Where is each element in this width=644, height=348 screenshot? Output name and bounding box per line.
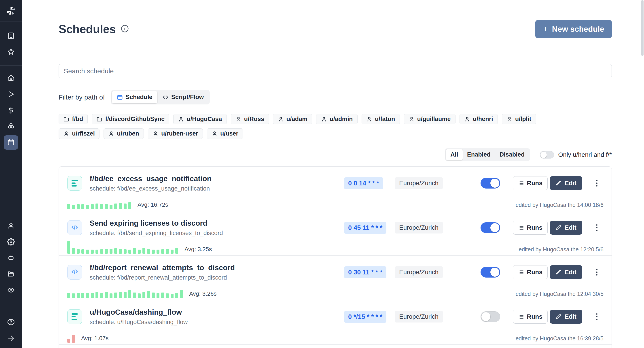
row-menu-button[interactable] bbox=[594, 266, 600, 278]
edit-button[interactable]: Edit bbox=[550, 310, 582, 324]
path-filter-chip[interactable]: u/rfiszel bbox=[58, 128, 100, 139]
avg-runtime: Avg: 16.72s bbox=[138, 201, 168, 209]
sparkline-bar bbox=[138, 294, 141, 298]
path-filter-chip[interactable]: u/ruben bbox=[104, 128, 144, 139]
sidebar-item-favorites[interactable] bbox=[4, 45, 18, 59]
sidebar-item-workers[interactable] bbox=[4, 251, 18, 265]
owner-filter-toggle[interactable] bbox=[540, 151, 554, 158]
star-icon bbox=[7, 48, 15, 56]
tab-enabled[interactable]: Enabled bbox=[463, 149, 495, 160]
path-filter-chips: f/bd f/discordGithubSync u/HugoCasa u/Ro… bbox=[58, 114, 550, 139]
tab-disabled[interactable]: Disabled bbox=[495, 149, 529, 160]
sidebar-item-users[interactable] bbox=[4, 218, 18, 233]
sidebar-item-home[interactable] bbox=[4, 71, 18, 85]
sparkline-bar bbox=[166, 249, 169, 254]
sidebar-item-settings[interactable] bbox=[4, 234, 18, 249]
path-filter-chip[interactable]: u/HugoCasa bbox=[173, 114, 227, 124]
runs-sparkline[interactable] bbox=[67, 286, 183, 298]
pencil-icon bbox=[556, 269, 562, 275]
sparkline-bar bbox=[175, 248, 178, 254]
path-filter-chip[interactable]: u/adam bbox=[273, 114, 312, 124]
path-mode-schedule[interactable]: Schedule bbox=[112, 91, 158, 103]
enabled-toggle[interactable] bbox=[480, 267, 500, 278]
path-filter-chip[interactable]: u/lplit bbox=[502, 114, 536, 124]
path-filter-chip[interactable]: u/Ross bbox=[231, 114, 269, 124]
path-filter-chip[interactable]: u/ruben-user bbox=[148, 128, 203, 139]
sidebar-item-variables[interactable] bbox=[4, 103, 18, 118]
sidebar-item-help[interactable] bbox=[4, 315, 18, 329]
runs-sparkline[interactable] bbox=[67, 241, 178, 254]
page-title: Schedules bbox=[58, 22, 116, 36]
schedule-row: u/rfiszel/evocative_script */10 * * * * … bbox=[59, 344, 612, 348]
list-icon bbox=[518, 269, 524, 275]
sparkline-bar bbox=[105, 249, 108, 254]
runs-button[interactable]: Runs bbox=[513, 221, 548, 234]
info-icon[interactable] bbox=[121, 24, 129, 34]
sparkline-bar bbox=[91, 293, 94, 298]
sparkline-bar bbox=[96, 204, 98, 209]
row-menu-button[interactable] bbox=[594, 222, 600, 233]
home-icon bbox=[7, 74, 15, 82]
new-schedule-button[interactable]: + New schedule bbox=[535, 20, 612, 38]
chip-label: u/henri bbox=[473, 116, 493, 122]
edited-by: edited by HugoCasa the 14:00 18/6 bbox=[516, 202, 604, 209]
edit-button[interactable]: Edit bbox=[550, 265, 582, 279]
enabled-toggle[interactable] bbox=[480, 311, 500, 322]
sparkline-bar bbox=[147, 249, 150, 254]
path-filter-chip[interactable]: u/guillaume bbox=[404, 114, 456, 124]
schedule-title[interactable]: Send expiring licenses to discord bbox=[90, 219, 223, 228]
sidebar-item-runs[interactable] bbox=[4, 87, 18, 101]
path-filter-chip[interactable]: u/henri bbox=[460, 114, 498, 124]
sidebar-item-audit[interactable] bbox=[4, 283, 18, 297]
timezone-badge: Europe/Zurich bbox=[395, 177, 443, 189]
path-filter-chip[interactable]: f/discordGithubSync bbox=[92, 114, 169, 124]
sidebar-item-schedules[interactable] bbox=[4, 135, 18, 150]
windmill-logo[interactable] bbox=[0, 0, 22, 22]
runs-button[interactable]: Runs bbox=[513, 265, 548, 279]
edit-button[interactable]: Edit bbox=[550, 176, 582, 190]
row-menu-button[interactable] bbox=[594, 178, 600, 189]
search-input[interactable] bbox=[58, 64, 612, 78]
path-filter-chip[interactable]: f/bd bbox=[58, 114, 88, 124]
row-menu-button[interactable] bbox=[594, 311, 600, 322]
status-tabs: AllEnabledDisabled bbox=[445, 148, 530, 161]
calendar-icon bbox=[7, 139, 15, 146]
path-mode-script-flow[interactable]: Script/Flow bbox=[158, 91, 209, 103]
runs-sparkline[interactable] bbox=[67, 196, 131, 209]
path-filter-chip[interactable]: u/admin bbox=[316, 114, 358, 124]
sidebar-item-workspace[interactable] bbox=[4, 29, 18, 43]
chip-label: u/ruben-user bbox=[161, 130, 198, 137]
arrow-right-icon bbox=[7, 334, 15, 342]
enabled-toggle[interactable] bbox=[480, 178, 500, 188]
sidebar-item-expand[interactable] bbox=[4, 331, 18, 345]
sparkline-bar bbox=[133, 248, 136, 254]
sparkline-bar bbox=[100, 204, 103, 209]
schedule-title[interactable]: f/bd/ee_excess_usage_notification bbox=[90, 174, 212, 183]
sparkline-bar bbox=[72, 248, 75, 254]
edit-button[interactable]: Edit bbox=[550, 221, 582, 234]
pencil-icon bbox=[556, 314, 562, 320]
code-icon bbox=[162, 94, 168, 100]
runs-button[interactable]: Runs bbox=[513, 310, 548, 324]
chip-label: u/HugoCasa bbox=[187, 116, 222, 122]
tab-all[interactable]: All bbox=[446, 149, 463, 160]
user-icon bbox=[408, 116, 414, 122]
sparkline-bar bbox=[133, 292, 136, 298]
sparkline-bar bbox=[152, 250, 155, 254]
path-filter-chip[interactable]: u/faton bbox=[362, 114, 400, 124]
sidebar-item-folders[interactable] bbox=[4, 267, 18, 281]
runs-button[interactable]: Runs bbox=[513, 176, 548, 190]
avg-runtime: Avg: 3.26s bbox=[189, 290, 216, 298]
sidebar-item-apps[interactable] bbox=[4, 119, 18, 134]
folder-open-icon bbox=[7, 270, 15, 278]
chip-label: u/guillaume bbox=[417, 116, 451, 122]
sparkline-bar bbox=[166, 294, 169, 298]
path-filter-chip[interactable]: u/user bbox=[207, 128, 243, 139]
schedule-title[interactable]: u/HugoCasa/dashing_flow bbox=[90, 308, 188, 316]
sparkline-bar bbox=[156, 250, 160, 254]
schedule-title[interactable]: f/bd/report_renewal_attempts_to_discord bbox=[90, 264, 235, 272]
page-scrollbar[interactable] bbox=[641, 0, 644, 348]
runs-sparkline[interactable] bbox=[67, 330, 75, 343]
sparkline-bar bbox=[86, 293, 89, 298]
enabled-toggle[interactable] bbox=[480, 222, 500, 233]
